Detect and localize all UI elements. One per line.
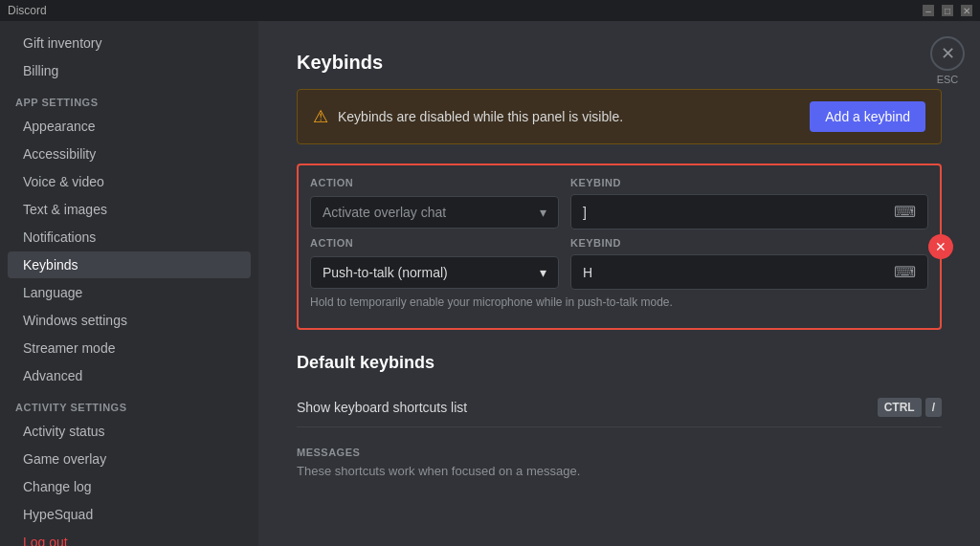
warning-icon: ⚠ — [313, 106, 328, 127]
sidebar-item-notifications[interactable]: Notifications — [8, 224, 251, 251]
maximize-button[interactable]: □ — [942, 5, 953, 16]
keybind-fields-1: Activate overlay chat ▾ ] ⌨ — [310, 194, 928, 229]
messages-desc: These shortcuts work when focused on a m… — [297, 464, 942, 478]
keybind-fields-2: Push-to-talk (normal) ▾ H ⌨ — [310, 254, 928, 290]
sidebar-item-streamer-mode[interactable]: Streamer mode — [8, 335, 251, 361]
delete-keybind-button[interactable]: ✕ — [928, 234, 953, 259]
sidebar-item-voice-video[interactable]: Voice & video — [8, 168, 251, 195]
sidebar-item-advanced[interactable]: Advanced — [8, 362, 251, 389]
esc-circle: ✕ — [930, 36, 965, 71]
default-keybinds-title: Default keybinds — [297, 353, 942, 373]
messages-label: MESSAGES — [297, 447, 942, 458]
window-controls: – □ ✕ — [923, 5, 972, 16]
sidebar-item-appearance[interactable]: Appearance — [8, 113, 251, 140]
keybind-key-field-1[interactable]: ] ⌨ — [570, 194, 928, 229]
warning-banner: ⚠ Keybinds are disabled while this panel… — [297, 89, 942, 144]
key-ctrl: CTRL — [878, 398, 922, 417]
key-slash: / — [925, 398, 942, 417]
keybind-key-field-2[interactable]: H ⌨ — [570, 254, 928, 290]
keybind-headers-1: ACTION KEYBIND — [310, 177, 928, 188]
sidebar-item-gift-inventory[interactable]: Gift inventory — [8, 30, 251, 56]
default-keybind-label-shortcuts: Show keyboard shortcuts list — [297, 400, 467, 415]
sidebar-item-text-images[interactable]: Text & images — [8, 196, 251, 223]
messages-section: MESSAGES These shortcuts work when focus… — [297, 447, 942, 478]
action-select-1[interactable]: Activate overlay chat ▾ — [310, 196, 559, 229]
main-content-wrap: ✕ ESC Keybinds ⚠ Keybinds are disabled w… — [258, 21, 980, 546]
key-value-1: ] — [583, 205, 587, 220]
add-keybind-button[interactable]: Add a keybind — [810, 101, 925, 132]
app-body: Gift inventory Billing APP SETTINGS Appe… — [0, 21, 980, 546]
keyboard-icon-2[interactable]: ⌨ — [894, 263, 916, 281]
minimize-button[interactable]: – — [923, 5, 934, 16]
keybind-label-1: KEYBIND — [570, 177, 928, 188]
key-value-2: H — [583, 265, 592, 280]
app-name: Discord — [8, 4, 47, 17]
sidebar-section-activity-settings: ACTIVITY SETTINGS — [0, 390, 258, 417]
sidebar: Gift inventory Billing APP SETTINGS Appe… — [0, 21, 258, 546]
keybind-hint-2: Hold to temporarily enable your micropho… — [310, 295, 928, 309]
sidebar-item-activity-status[interactable]: Activity status — [8, 418, 251, 445]
sidebar-item-change-log[interactable]: Change log — [8, 473, 251, 500]
close-button[interactable]: ✕ — [961, 5, 972, 16]
keybind-label-2: KEYBIND — [570, 237, 928, 249]
title-bar: Discord – □ ✕ — [0, 0, 980, 21]
keybind-row-1: ACTION KEYBIND Activate overlay chat ▾ ]… — [310, 177, 928, 229]
action-select-value-2: Push-to-talk (normal) — [323, 265, 448, 280]
page-title: Keybinds — [297, 52, 942, 74]
sidebar-item-log-out[interactable]: Log out — [8, 529, 251, 546]
keyboard-icon-1[interactable]: ⌨ — [894, 203, 916, 221]
esc-label: ESC — [937, 74, 959, 85]
sidebar-item-keybinds[interactable]: Keybinds — [8, 251, 251, 278]
action-select-placeholder-1: Activate overlay chat — [323, 205, 446, 220]
keybind-headers-2: ACTION KEYBIND — [310, 237, 928, 249]
sidebar-item-billing[interactable]: Billing — [8, 57, 251, 84]
main-content: ✕ ESC Keybinds ⚠ Keybinds are disabled w… — [258, 21, 980, 509]
esc-button[interactable]: ✕ ESC — [930, 36, 965, 85]
keybind-shortcut-ctrl-slash: CTRL / — [878, 398, 942, 417]
action-label-1: ACTION — [310, 177, 559, 188]
sidebar-item-hypesquad[interactable]: HypeSquad — [8, 501, 251, 528]
action-label-2: ACTION — [310, 237, 559, 249]
action-select-chevron-2: ▾ — [540, 265, 546, 280]
sidebar-item-accessibility[interactable]: Accessibility — [8, 141, 251, 167]
sidebar-item-language[interactable]: Language — [8, 279, 251, 306]
sidebar-section-app-settings: APP SETTINGS — [0, 85, 258, 112]
keybind-container: ACTION KEYBIND Activate overlay chat ▾ ]… — [297, 164, 942, 330]
default-keybind-row-shortcuts: Show keyboard shortcuts list CTRL / — [297, 388, 942, 427]
action-select-2[interactable]: Push-to-talk (normal) ▾ — [310, 256, 559, 289]
sidebar-item-game-overlay[interactable]: Game overlay — [8, 446, 251, 472]
keybind-row-2: ACTION KEYBIND Push-to-talk (normal) ▾ H… — [310, 237, 928, 309]
warning-text: Keybinds are disabled while this panel i… — [338, 109, 800, 124]
action-select-chevron-1: ▾ — [540, 205, 546, 220]
sidebar-item-windows-settings[interactable]: Windows settings — [8, 307, 251, 334]
